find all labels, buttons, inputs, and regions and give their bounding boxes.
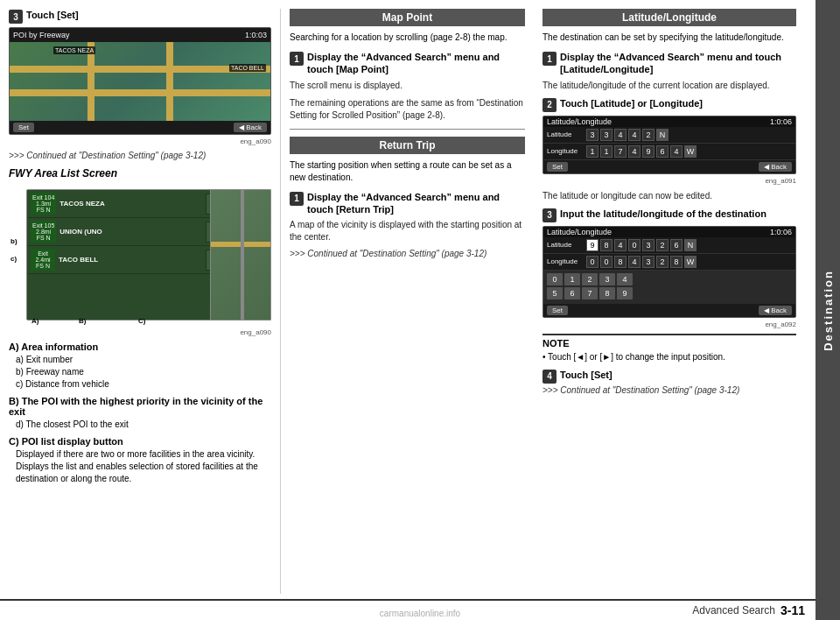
- def-item-c1: Displayed if there are two or more facil…: [16, 448, 271, 485]
- return-trip-intro: The starting position when setting a rou…: [290, 159, 525, 184]
- screen1-back-btn[interactable]: ◀ Back: [759, 162, 792, 172]
- back-btn[interactable]: ◀ Back: [234, 123, 267, 132]
- right-step1-title: Display the “Advanced Search” menu and t…: [560, 51, 796, 76]
- map-step1-title: Display the “Advanced Search” menu and t…: [307, 51, 525, 76]
- lat2-dir: N: [684, 239, 696, 251]
- fwy-label-c: c): [10, 255, 17, 263]
- lat-lon-screen-2: Latitude/Longitude 1:0:06 Latitude 9 8 4…: [542, 226, 796, 318]
- map-point-intro: Searching for a location by scrolling (p…: [290, 32, 525, 44]
- page-container: 3 Touch [Set] POI by Freeway 1:0:03 TACO…: [0, 0, 840, 620]
- num-1[interactable]: 1: [564, 273, 580, 285]
- def-item-a2: b) Freeway name: [16, 366, 271, 378]
- lat-d3: 4: [614, 129, 626, 141]
- def-title-c: C) POI list display button: [9, 436, 271, 447]
- lon-row-1: Longitude 1 1 7 4 9 6 4 W: [543, 144, 795, 160]
- map-step1-body1: The scroll menu is displayed.: [290, 80, 525, 92]
- right-step2-title: Touch [Latitude] or [Longitude]: [560, 97, 703, 109]
- lat-value-1: 3 3 4 4 2 N: [586, 129, 668, 141]
- right-col-header: Latitude/Longitude: [542, 9, 796, 26]
- lat2-label: Latitude: [547, 241, 586, 249]
- num-7[interactable]: 7: [582, 287, 598, 299]
- lat2-d1: 9: [586, 239, 598, 251]
- num-6[interactable]: 6: [564, 287, 580, 299]
- img-caption-r1: eng_a091: [542, 177, 796, 185]
- fwy-label-b: b): [10, 237, 18, 245]
- lat-dir: N: [656, 129, 668, 141]
- lat-lon-btns-1: Set ◀ Back: [543, 160, 795, 173]
- num-3[interactable]: 3: [599, 273, 615, 285]
- fwy-item-right-2: UNION (UNO: [60, 222, 232, 243]
- nav-screen-title: POI by Freeway: [13, 31, 70, 39]
- img-caption-1: eng_a090: [9, 137, 271, 145]
- num-2[interactable]: 2: [582, 273, 598, 285]
- return-step1-title: Display the “Advanced Search” menu and t…: [307, 191, 525, 216]
- lat-row-2: Latitude 9 8 4 0 3 2 6 N: [543, 237, 795, 254]
- screen1-set-btn[interactable]: Set: [547, 162, 568, 172]
- map-point-intro-text: Searching for a location by scrolling (p…: [290, 32, 507, 42]
- return-step1-num: 1: [290, 192, 304, 206]
- def-title-b: B) The POI with the highest priority in …: [9, 396, 271, 417]
- map-point-header: Map Point: [290, 9, 525, 26]
- lat2-d5: 3: [642, 239, 654, 251]
- num-4[interactable]: 4: [617, 273, 633, 285]
- fwy-map-right: [210, 189, 271, 321]
- map-label-tacos: TACOS NEZA: [53, 46, 95, 54]
- fwy-item-2: Exit 1052.8miFS N UNION (UNO: [27, 218, 235, 246]
- num-5[interactable]: 5: [547, 287, 563, 299]
- lat-lon-screen2-title: Latitude/Longitude: [547, 228, 612, 236]
- right-step1-body: The latitude/longitude of the current lo…: [542, 80, 796, 92]
- fwy-exit-1: Exit 1041.3miFS N: [31, 193, 56, 215]
- fwy-exit-2: Exit 1052.8miFS N: [31, 221, 56, 243]
- lat-d5: 2: [642, 129, 654, 141]
- page-title-bottom: Advanced Search: [692, 604, 775, 616]
- middle-column: Map Point Searching for a location by sc…: [280, 9, 534, 594]
- main-content: 3 Touch [Set] POI by Freeway 1:0:03 TACO…: [0, 0, 816, 620]
- lon2-d2: 0: [600, 256, 612, 268]
- screen2-back-btn[interactable]: ◀ Back: [759, 306, 792, 315]
- lat-lon-screen1-top: Latitude/Longitude 1:0:06: [543, 116, 795, 127]
- right-step1-num: 1: [542, 52, 556, 66]
- right-step3-header: 3 Input the latitude/longitude of the de…: [542, 208, 796, 222]
- return-step1-header: 1 Display the “Advanced Search” menu and…: [290, 191, 525, 216]
- divider-1: [290, 129, 525, 130]
- lon-d1: 1: [586, 145, 598, 158]
- fwy-name-3: TACO BELL: [59, 256, 98, 264]
- lat-lon-screen2-top: Latitude/Longitude 1:0:06: [543, 227, 795, 237]
- lat2-d7: 6: [670, 239, 682, 251]
- right-step2-header: 2 Touch [Latitude] or [Longitude]: [542, 97, 796, 112]
- fwy-screen: Exit 1041.3miFS N TACOS NEZA Exit 1052.8…: [26, 189, 236, 321]
- lon-d4: 4: [628, 145, 640, 158]
- right-column: Latitude/Longitude The destination can b…: [534, 9, 796, 594]
- lon-d3: 7: [614, 145, 626, 158]
- fwy-label-C: C): [138, 317, 145, 325]
- set-btn[interactable]: Set: [13, 123, 34, 132]
- lat-lon-screen-1: Latitude/Longitude 1:0:06 Latitude 3 3 4…: [542, 116, 796, 174]
- map-step1-header: 1 Display the “Advanced Search” menu and…: [290, 51, 525, 76]
- num-9[interactable]: 9: [617, 287, 633, 299]
- fwy-item-1: Exit 1041.3miFS N TACOS NEZA: [27, 190, 235, 218]
- return-step1-body: A map of the vicinity is displayed with …: [290, 219, 525, 243]
- lon-row-2: Longitude 0 0 8 4 3 2 8 W: [543, 254, 795, 271]
- map-step1-body2: The remaining operations are the same as…: [290, 97, 525, 122]
- lon-value-1: 1 1 7 4 9 6 4 W: [586, 145, 696, 158]
- lon-d2: 1: [600, 145, 612, 158]
- lon-d6: 6: [656, 145, 668, 158]
- right-step4-title: Touch [Set]: [560, 369, 612, 381]
- right-step2-num: 2: [542, 98, 556, 112]
- num-0[interactable]: 0: [547, 273, 563, 285]
- continued-1: >>> Continued at "Destination Setting" (…: [9, 151, 271, 160]
- lat-row-1: Latitude 3 3 4 4 2 N: [543, 127, 795, 144]
- note-text: • Touch [◄] or [►] to change the input p…: [542, 351, 796, 363]
- def-item-a3: c) Distance from vehicle: [16, 378, 271, 391]
- def-item-b1: d) The closest POI to the exit: [16, 419, 271, 431]
- screen2-set-btn[interactable]: Set: [547, 306, 568, 315]
- lat-lon-btns-2: Set ◀ Back: [543, 304, 795, 317]
- lat2-d3: 4: [614, 239, 626, 251]
- num-8[interactable]: 8: [599, 287, 615, 299]
- lon-d5: 9: [642, 145, 654, 158]
- lon2-d4: 4: [628, 256, 640, 268]
- map-step1-num: 1: [290, 52, 304, 66]
- lon2-d6: 2: [656, 256, 668, 268]
- right-step4-continued: >>> Continued at "Destination Setting" (…: [542, 385, 796, 395]
- fwy-diagram: a) d) b) c) Exit 1041.3miFS N TACOS NEZA: [9, 185, 271, 325]
